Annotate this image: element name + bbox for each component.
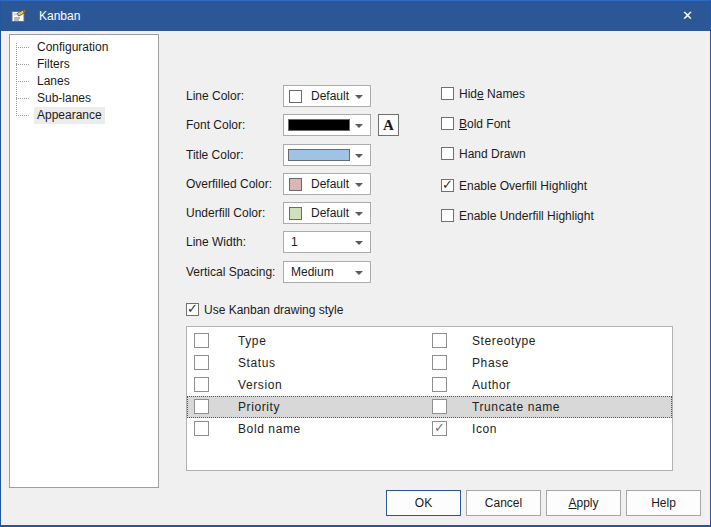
enable-underfill-highlight-checkbox[interactable]: Enable Underfill Highlight <box>441 209 594 223</box>
dropdown-value: Medium <box>291 262 334 282</box>
checkbox-box[interactable] <box>432 421 447 436</box>
list-row-status-phase[interactable]: Status Phase <box>187 352 672 374</box>
tree-item-label: Appearance <box>34 107 105 124</box>
dropdown-value: Default <box>311 174 349 194</box>
tree-item-label: Sub-lanes <box>34 90 94 107</box>
checkbox-box <box>441 147 454 160</box>
kanban-dialog: Kanban ✕ Configuration Filters Lanes Sub… <box>0 0 711 527</box>
list-item-label: Priority <box>238 396 280 418</box>
ok-button[interactable]: OK <box>386 490 461 516</box>
color-swatch <box>288 149 350 161</box>
overfilled-color-dropdown[interactable]: Default <box>283 173 371 195</box>
bold-font-checkbox[interactable]: Bold Font <box>441 117 510 131</box>
dropdown-value: Default <box>311 203 349 223</box>
list-row-version-author[interactable]: Version Author <box>187 374 672 396</box>
display-fields-list: Type Stereotype Status Phase Version Aut… <box>186 326 673 471</box>
help-button[interactable]: Help <box>626 490 701 516</box>
checkbox-box[interactable] <box>194 399 209 414</box>
list-item-label: Type <box>238 330 266 352</box>
font-color-label: Font Color: <box>186 114 282 136</box>
tree-item-label: Lanes <box>34 73 73 90</box>
color-swatch <box>288 119 350 131</box>
line-color-dropdown[interactable]: Default <box>283 85 371 107</box>
list-row-priority-truncate-name[interactable]: Priority Truncate name <box>187 396 672 418</box>
overfilled-color-label: Overfilled Color: <box>186 173 282 195</box>
vertical-spacing-label: Vertical Spacing: <box>186 261 282 283</box>
chevron-down-icon <box>355 271 363 275</box>
checkbox-label: Enable Underfill Highlight <box>459 209 594 223</box>
list-item-label: Truncate name <box>472 396 560 418</box>
checkbox-box[interactable] <box>432 399 447 414</box>
vertical-spacing-dropdown[interactable]: Medium <box>283 261 371 283</box>
checkbox-box[interactable] <box>194 377 209 392</box>
chevron-down-icon <box>355 212 363 216</box>
list-item-label: Bold name <box>238 418 301 440</box>
dropdown-value: Default <box>311 86 349 106</box>
sidebar-item-filters[interactable]: Filters <box>10 56 158 73</box>
chevron-down-icon <box>355 124 363 128</box>
checkbox-box <box>441 117 454 130</box>
checkbox-box[interactable] <box>194 421 209 436</box>
checkbox-box[interactable] <box>432 355 447 370</box>
tree-item-label: Configuration <box>34 39 111 56</box>
color-swatch <box>289 90 302 103</box>
chevron-down-icon <box>355 241 363 245</box>
font-color-dropdown[interactable] <box>283 114 371 136</box>
sidebar-item-appearance[interactable]: Appearance <box>10 107 158 124</box>
line-width-label: Line Width: <box>186 231 282 253</box>
checkbox-label: Hide Names <box>459 87 525 101</box>
hide-names-checkbox[interactable]: Hide Names <box>441 87 525 101</box>
enable-overfill-highlight-checkbox[interactable]: Enable Overfill Highlight <box>441 179 587 193</box>
window-title: Kanban <box>39 1 80 31</box>
checkbox-box <box>441 179 454 192</box>
color-swatch <box>289 178 302 191</box>
chevron-down-icon <box>355 95 363 99</box>
line-color-label: Line Color: <box>186 85 282 107</box>
line-width-dropdown[interactable]: 1 <box>283 231 371 253</box>
list-item-label: Icon <box>472 418 497 440</box>
sidebar-item-configuration[interactable]: Configuration <box>10 39 158 56</box>
dropdown-value: 1 <box>291 232 298 252</box>
hand-drawn-checkbox[interactable]: Hand Drawn <box>441 147 526 161</box>
use-kanban-drawing-style-checkbox[interactable]: Use Kanban drawing style <box>186 303 343 317</box>
list-item-label: Author <box>472 374 511 396</box>
title-color-dropdown[interactable] <box>283 144 371 166</box>
list-item-label: Stereotype <box>472 330 536 352</box>
checkbox-label: Use Kanban drawing style <box>204 303 343 317</box>
sidebar-item-lanes[interactable]: Lanes <box>10 73 158 90</box>
apply-button[interactable]: Apply <box>546 490 621 516</box>
tree-item-label: Filters <box>34 56 73 73</box>
list-row-type-stereotype[interactable]: Type Stereotype <box>187 330 672 352</box>
titlebar: Kanban ✕ <box>1 1 710 31</box>
checkbox-box <box>441 87 454 100</box>
list-row-bold-name-icon[interactable]: Bold name Icon <box>187 418 672 440</box>
list-item-label: Phase <box>472 352 509 374</box>
checkbox-box <box>441 209 454 222</box>
list-item-label: Version <box>238 374 282 396</box>
cancel-button[interactable]: Cancel <box>466 490 541 516</box>
color-swatch <box>289 207 302 220</box>
title-color-label: Title Color: <box>186 144 282 166</box>
checkbox-label: Bold Font <box>459 117 510 131</box>
close-icon[interactable]: ✕ <box>665 1 710 31</box>
chevron-down-icon <box>355 183 363 187</box>
checkbox-box[interactable] <box>432 333 447 348</box>
kanban-app-icon <box>11 8 27 24</box>
settings-tree: Configuration Filters Lanes Sub-lanes Ap… <box>9 34 159 488</box>
checkbox-box[interactable] <box>194 333 209 348</box>
checkbox-label: Enable Overfill Highlight <box>459 179 587 193</box>
checkbox-box[interactable] <box>432 377 447 392</box>
chevron-down-icon <box>355 154 363 158</box>
underfill-color-label: Underfill Color: <box>186 202 282 224</box>
list-item-label: Status <box>238 352 276 374</box>
checkbox-box[interactable] <box>194 355 209 370</box>
underfill-color-dropdown[interactable]: Default <box>283 202 371 224</box>
checkbox-label: Hand Drawn <box>459 147 526 161</box>
font-style-button[interactable]: A <box>378 114 399 136</box>
sidebar-item-sub-lanes[interactable]: Sub-lanes <box>10 90 158 107</box>
checkbox-box <box>186 303 199 316</box>
